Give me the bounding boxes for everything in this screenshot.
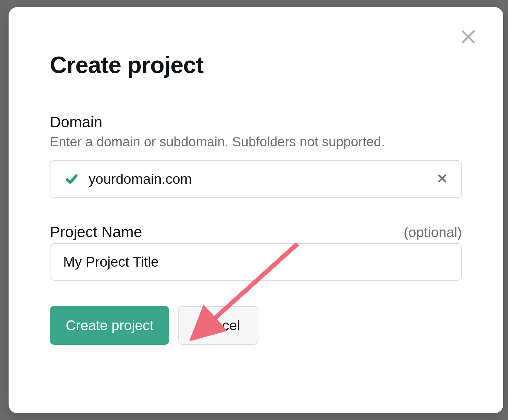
close-icon <box>459 27 478 47</box>
domain-input[interactable] <box>50 160 462 198</box>
domain-help-text: Enter a domain or subdomain. Subfolders … <box>50 133 462 151</box>
domain-input-wrapper <box>50 160 462 198</box>
cancel-button[interactable]: Cancel <box>178 306 258 345</box>
project-name-input[interactable] <box>50 243 462 281</box>
domain-field-group: Domain Enter a domain or subdomain. Subf… <box>50 113 462 198</box>
modal-actions: Create project Cancel <box>50 306 462 345</box>
checkmark-icon <box>65 172 78 186</box>
project-name-field-group: Project Name (optional) <box>50 223 462 281</box>
close-button[interactable] <box>457 26 479 48</box>
modal-title: Create project <box>50 51 462 78</box>
optional-label: (optional) <box>404 224 462 240</box>
create-project-modal: Create project Domain Enter a domain or … <box>9 7 503 413</box>
project-name-label: Project Name <box>50 223 142 241</box>
project-name-input-wrapper <box>50 243 462 281</box>
domain-label: Domain <box>50 113 102 131</box>
create-project-button[interactable]: Create project <box>50 306 169 345</box>
clear-icon <box>436 172 449 186</box>
clear-domain-button[interactable] <box>435 172 449 186</box>
